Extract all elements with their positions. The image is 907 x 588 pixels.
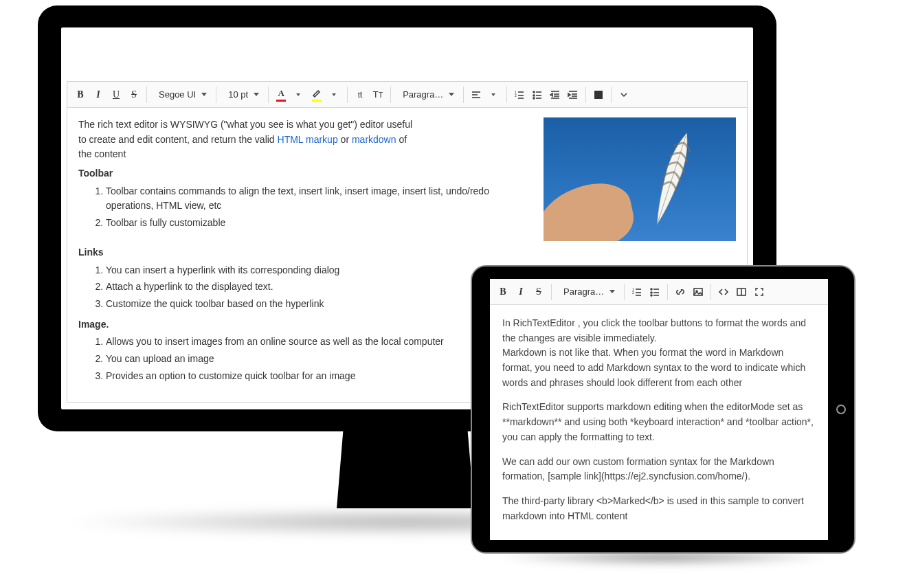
separator xyxy=(710,284,711,300)
font-color-button[interactable]: A xyxy=(272,85,290,104)
bold-button[interactable]: B xyxy=(71,85,89,104)
chevron-down-icon xyxy=(201,93,207,96)
font-color-icon: A xyxy=(276,88,286,102)
lowercase-button[interactable]: tt xyxy=(351,85,369,104)
chevron-down-icon xyxy=(254,93,259,96)
unordered-list-icon xyxy=(532,89,543,100)
svg-text:2: 2 xyxy=(515,93,517,98)
tablet-home-button[interactable] xyxy=(836,405,846,414)
highlight-dropdown[interactable] xyxy=(326,85,344,104)
md-content-area[interactable]: In RichTextEditor , you click the toolba… xyxy=(490,305,828,540)
uppercase-button[interactable]: TT xyxy=(369,85,387,104)
highlight-button[interactable] xyxy=(308,85,326,104)
bold-button[interactable]: B xyxy=(494,282,512,302)
separator xyxy=(268,87,269,103)
indent-button[interactable] xyxy=(564,85,582,104)
outdent-icon xyxy=(550,89,561,100)
md-toolbar: B I S Paragra… 12 xyxy=(490,279,828,305)
unordered-list-icon xyxy=(649,286,660,297)
strike-button[interactable]: S xyxy=(125,85,143,104)
unordered-list-button[interactable] xyxy=(528,85,546,104)
fullscreen-icon xyxy=(754,286,765,297)
feather-image[interactable] xyxy=(544,117,736,241)
split-view-button[interactable] xyxy=(732,282,750,302)
chevron-down-icon xyxy=(491,93,495,96)
code-view-button[interactable] xyxy=(715,282,732,302)
separator xyxy=(146,87,147,103)
font-size-label: 10 pt xyxy=(223,89,252,100)
indent-icon xyxy=(568,89,579,100)
separator xyxy=(506,87,507,103)
chevron-down-icon xyxy=(332,93,336,96)
ordered-list-button[interactable]: 12 xyxy=(511,85,528,104)
bold-icon: B xyxy=(500,287,506,297)
markdown-link[interactable]: markdown xyxy=(352,134,396,145)
overflow-button[interactable] xyxy=(615,85,633,104)
svg-rect-22 xyxy=(594,91,603,99)
image-button[interactable] xyxy=(689,282,707,302)
separator xyxy=(347,87,348,103)
font-family-dropdown[interactable]: Segoe UI xyxy=(150,85,212,104)
italic-icon: I xyxy=(519,287,522,297)
section-toolbar-heading: Toolbar xyxy=(78,166,533,181)
tablet-frame: B I S Paragra… 12 xyxy=(471,265,855,554)
chevron-down-icon xyxy=(296,93,300,96)
split-icon xyxy=(736,286,747,297)
highlight-icon xyxy=(311,88,322,102)
svg-point-10 xyxy=(533,98,535,99)
separator xyxy=(624,284,625,300)
monitor-stand xyxy=(337,426,474,508)
separator xyxy=(551,284,552,300)
hand-shape xyxy=(544,177,638,241)
table-icon xyxy=(593,89,604,100)
italic-icon: I xyxy=(96,90,100,100)
separator xyxy=(390,87,391,103)
md-paragraph: We can add our own custom formation synt… xyxy=(502,455,816,484)
toolbar-list: Toolbar contains commands to align the t… xyxy=(78,184,533,231)
table-button[interactable] xyxy=(590,85,607,104)
fullscreen-button[interactable] xyxy=(750,282,768,302)
svg-point-9 xyxy=(533,95,535,96)
section-links-heading: Links xyxy=(78,245,736,260)
uppercase-icon: TT xyxy=(373,89,383,100)
link-button[interactable] xyxy=(671,282,689,302)
font-family-label: Segoe UI xyxy=(153,89,200,100)
font-color-dropdown[interactable] xyxy=(290,85,308,104)
strike-button[interactable]: S xyxy=(530,282,548,302)
link-icon xyxy=(675,286,686,297)
intro-text-mid: or xyxy=(338,134,352,145)
italic-button[interactable]: I xyxy=(512,282,530,302)
format-label: Paragra… xyxy=(397,89,447,100)
separator xyxy=(216,87,216,103)
format-dropdown[interactable]: Paragra… xyxy=(555,282,620,302)
underline-icon: U xyxy=(113,90,120,100)
underline-button[interactable]: U xyxy=(107,85,125,104)
md-paragraph: In RichTextEditor , you click the toolba… xyxy=(502,316,816,390)
md-paragraph: RichTextEditor supports markdown editing… xyxy=(502,400,816,444)
ordered-list-icon: 12 xyxy=(514,89,525,100)
italic-button[interactable]: I xyxy=(89,85,107,104)
separator xyxy=(667,284,668,300)
align-dropdown[interactable] xyxy=(485,85,503,104)
strike-icon: S xyxy=(131,90,137,100)
format-label: Paragra… xyxy=(558,286,608,297)
align-button[interactable] xyxy=(467,85,485,104)
html-markup-link[interactable]: HTML markup xyxy=(278,134,338,145)
format-dropdown[interactable]: Paragra… xyxy=(394,85,460,104)
chevron-down-icon xyxy=(609,290,615,293)
bold-icon: B xyxy=(77,90,83,100)
rte-toolbar: B I U S Segoe UI 10 pt A xyxy=(67,82,747,108)
outdent-button[interactable] xyxy=(546,85,564,104)
font-size-dropdown[interactable]: 10 pt xyxy=(220,85,265,104)
svg-point-32 xyxy=(651,289,652,290)
intro-paragraph: The rich text editor is WYSIWYG ("what y… xyxy=(78,117,422,162)
ordered-list-button[interactable]: 12 xyxy=(628,282,646,302)
lowercase-icon: tt xyxy=(358,89,363,100)
svg-text:2: 2 xyxy=(632,291,634,295)
ordered-list-icon: 12 xyxy=(631,286,642,297)
svg-point-33 xyxy=(651,292,652,293)
unordered-list-button[interactable] xyxy=(646,282,664,302)
chevron-down-icon xyxy=(618,89,629,100)
code-icon xyxy=(718,286,729,297)
align-left-icon xyxy=(471,89,482,100)
